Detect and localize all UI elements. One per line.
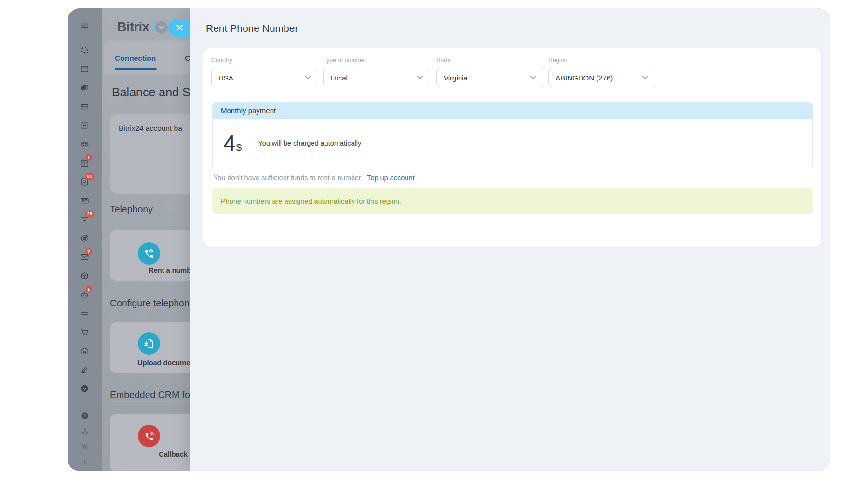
structure-icon	[81, 427, 89, 435]
callback-phone-icon	[138, 425, 160, 447]
region-value: ABINGDON (276)	[556, 74, 613, 82]
sidebar-item-marketing[interactable]	[68, 229, 102, 248]
gear-icon	[81, 443, 89, 451]
top-up-account-link[interactable]: Top up account	[367, 174, 414, 182]
svg-text:$: $	[150, 249, 152, 253]
state-select[interactable]: Virginia	[436, 68, 543, 87]
region-assignment-notice: Phone numbers are assigned automatically…	[212, 188, 813, 214]
state-value: Virginia	[444, 74, 468, 82]
country-value: USA	[218, 74, 233, 82]
monthly-payment-header: Monthly payment	[212, 102, 813, 119]
page-title: Balance and St	[112, 85, 194, 99]
payment-amount-number: 4	[223, 132, 236, 154]
chevron-down-icon	[642, 76, 648, 80]
active-tab-underline	[115, 68, 157, 70]
sidebar-item-messenger[interactable]	[68, 79, 102, 97]
chevron-down-circle-icon	[80, 384, 89, 393]
cart-icon	[80, 328, 89, 337]
sidebar-item-add[interactable]	[68, 454, 102, 470]
field-country: Country USA	[211, 57, 318, 87]
target-icon	[80, 234, 89, 243]
cube-icon	[80, 271, 89, 280]
sidebar-item-warehouse[interactable]	[68, 342, 102, 360]
sidebar-item-sites[interactable]	[68, 266, 102, 285]
chevron-down-icon	[305, 76, 311, 80]
tab-connection[interactable]: Connection	[115, 54, 156, 63]
sidebar-item-documents[interactable]	[68, 116, 102, 135]
sidebar-item-more[interactable]	[68, 379, 102, 398]
chat-bubbles-icon	[80, 83, 89, 93]
sidebar-item-drive[interactable]	[68, 97, 102, 116]
payment-currency: $	[236, 142, 242, 153]
payment-amount: 4 $	[223, 132, 242, 154]
country-select[interactable]: USA	[211, 68, 318, 87]
tasks-badge: 63	[85, 173, 94, 180]
region-select[interactable]: ABINGDON (276)	[548, 68, 655, 87]
drive-icon	[80, 102, 89, 111]
svg-text:?: ?	[83, 413, 86, 418]
insufficient-funds-message: You don't have sufficient funds to rent …	[214, 174, 415, 182]
copilot-badge: 1	[85, 286, 92, 292]
sidebar-rail: 1 63 23 7 1	[68, 41, 102, 398]
section-title-telephony: Telephony	[110, 204, 153, 215]
mail-badge: 7	[85, 248, 92, 255]
rent-number-form-card: Country USA Type of number Local State V…	[203, 48, 821, 247]
section-title-embedded-crm-form: Embedded CRM form	[110, 389, 201, 400]
phone-dollar-icon: $	[138, 242, 160, 265]
type-of-number-label: Type of number	[323, 57, 430, 64]
payment-note: You will be charged automatically	[258, 139, 361, 147]
sidebar-item-crm[interactable]	[68, 191, 102, 210]
sidebar-item-copilot[interactable]: 1	[68, 285, 102, 304]
feed-icon	[80, 65, 89, 74]
close-icon	[176, 24, 183, 31]
sidebar-item-automation[interactable]	[68, 304, 102, 323]
warehouse-icon	[80, 346, 89, 356]
sales-funnel-badge: 23	[85, 211, 94, 217]
chevron-down-icon	[530, 76, 536, 80]
field-type-of-number: Type of number Local	[323, 57, 430, 87]
close-panel-button[interactable]	[168, 19, 190, 37]
sidebar-item-feed[interactable]	[68, 60, 102, 79]
hamburger-menu-icon[interactable]	[80, 21, 89, 30]
sidebar-item-employees[interactable]	[68, 135, 102, 154]
calendar-badge: 1	[85, 154, 92, 161]
sidebar: 1 63 23 7 1 ?	[68, 8, 102, 471]
sidebar-item-settings[interactable]	[68, 439, 102, 454]
sidebar-item-tasks[interactable]: 63	[68, 173, 102, 191]
country-label: Country	[211, 57, 318, 64]
sidebar-item-calendar[interactable]: 1	[68, 154, 102, 173]
rent-phone-number-panel: Rent Phone Number Country USA Type of nu…	[190, 8, 830, 471]
chevron-down-icon	[159, 26, 164, 29]
section-title-configure-telephony: Configure telephony	[110, 298, 194, 309]
app-window: Bitrix24 Connection Ca Balance and St Bi…	[68, 8, 830, 471]
plus-icon	[81, 458, 89, 466]
field-region: Region ABINGDON (276)	[548, 57, 655, 87]
sidebar-item-help[interactable]: ?	[68, 408, 102, 424]
sidebar-item-sign[interactable]	[68, 360, 102, 379]
sidebar-item-sales-funnel[interactable]: 23	[68, 210, 102, 229]
sidebar-item-pulse[interactable]	[68, 41, 102, 60]
signature-pen-icon	[80, 365, 89, 374]
help-icon: ?	[81, 412, 89, 420]
document-icon	[80, 121, 89, 130]
panel-title: Rent Phone Number	[206, 23, 298, 34]
contact-card-icon	[80, 196, 89, 205]
type-of-number-value: Local	[330, 74, 348, 82]
region-label: Region	[548, 57, 655, 64]
people-icon	[80, 140, 89, 149]
sliders-icon	[80, 309, 89, 318]
chevron-down-icon	[417, 76, 423, 80]
pulse-icon	[80, 46, 89, 55]
upload-document-icon	[138, 332, 160, 355]
funds-text: You don't have sufficient funds to rent …	[214, 174, 363, 182]
sidebar-item-structure[interactable]	[68, 424, 102, 439]
sidebar-bottom-rail: ?	[68, 408, 102, 470]
type-of-number-select[interactable]: Local	[323, 68, 430, 87]
field-state: State Virginia	[436, 57, 543, 87]
sidebar-item-store[interactable]	[68, 323, 102, 342]
monthly-payment-box: 4 $ You will be charged automatically	[212, 119, 813, 167]
sidebar-item-mail[interactable]: 7	[68, 248, 102, 266]
logo-part-1: Bitrix	[117, 20, 149, 34]
state-label: State	[436, 57, 543, 64]
logo-dropdown-button[interactable]	[155, 21, 168, 34]
